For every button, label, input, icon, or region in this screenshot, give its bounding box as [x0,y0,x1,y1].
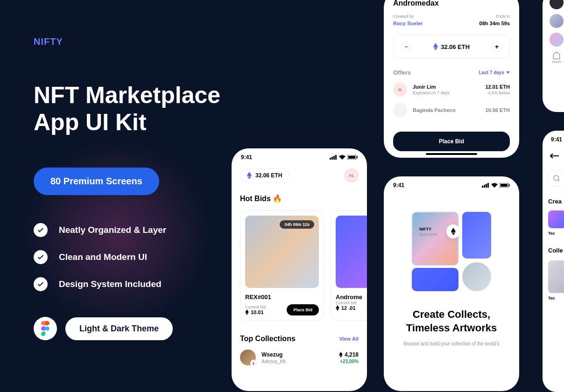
timer-badge: 04h 09m 12s [280,220,314,229]
svg-rect-3 [333,156,335,160]
svg-rect-2 [331,157,333,160]
hero-tile [412,268,458,291]
offer-price: 12.01 ETH [485,84,510,90]
offers-title: Offers [393,69,411,76]
section-collections: Colle [548,247,564,254]
collection-row[interactable]: 1 Wsezug Adezuq_blk 4,218 +23,00% [240,350,359,365]
offer-name: Junir Lim [413,84,485,90]
ethereum-icon [247,172,252,179]
hero-tile: NIFTY 23.04 ETH [412,212,458,266]
ethereum-badge [446,224,460,238]
bid-label: Current bid [245,305,266,309]
svg-rect-1 [330,158,331,160]
offers-filter[interactable]: Last 7 days [479,70,510,75]
offer-item[interactable]: Baginda Pacheco 10.56 ETH [384,103,519,117]
offer-avatar: JL [393,83,407,97]
status-icons [330,155,358,160]
price-stepper: − 32.06 ETH + [393,35,510,59]
check-icon [34,250,48,264]
hero-tag-name: NIFTY [419,227,437,231]
place-bid-button[interactable]: Place Bid [287,304,319,315]
nft-card[interactable]: Androme Current bid 12 .01 [331,210,367,321]
headline-line-2: App UI Kit [34,109,276,136]
offer-price: 10.56 ETH [485,107,510,113]
balance-amount: 32.06 ETH [255,172,282,179]
search-icon [553,175,560,182]
search-button[interactable] [548,170,564,187]
cta-premium-screens[interactable]: 80 Premium Screens [34,168,159,195]
home-indicator [426,153,477,155]
svg-rect-4 [335,155,337,160]
nft-name: REX#001 [245,294,319,301]
svg-rect-7 [357,156,358,158]
collection-change: +23,00% [339,359,359,364]
offer-below: 4,5% below [485,91,510,95]
arrow-left-icon [550,153,559,159]
created-by-label: Created by [393,14,423,19]
balance-pill[interactable]: 32.06 ETH [240,168,289,183]
theme-badge: Light & Dark Theme [65,317,173,340]
page-headline: NFT Marketplace App UI Kit [34,82,276,136]
avatar[interactable] [550,0,564,9]
ends-in-value: 08h 34m 59s [479,21,510,26]
nft-detail-title: Andromedax [384,0,519,7]
place-bid-button[interactable]: Place Bid [393,132,510,151]
offer-avatar [393,103,407,117]
svg-rect-10 [486,184,487,188]
svg-rect-14 [509,184,510,186]
user-avatar[interactable]: AL [345,168,359,182]
hero-tile [462,212,491,259]
nft-card[interactable]: 04h 09m 12s REX#001 Current bid 10.01 Pl… [240,210,324,321]
back-button[interactable] [550,152,564,161]
status-time: 9:41 [241,154,252,161]
svg-rect-9 [484,185,485,188]
svg-rect-13 [501,184,508,187]
onboarding-subtitle: Browse and build your collection of the … [384,341,519,346]
hero-tile [462,262,491,291]
svg-rect-11 [487,183,489,188]
status-time: 9:41 [393,182,404,189]
bid-value: 10.01 [245,309,266,315]
feature-text: Design System Included [59,279,162,289]
collection-avatar: 1 [240,350,256,365]
avatar[interactable] [550,14,564,28]
decrement-button[interactable]: − [401,42,411,52]
section-creators: Crea [548,198,564,205]
price-value: 32.06 ETH [433,43,470,50]
avatar[interactable] [550,33,564,47]
offer-item[interactable]: JL Junir Lim Expiration in 7 days 12.01 … [384,83,519,97]
check-icon [34,223,48,237]
phone-mockup-onboarding: 9:41 NIFTY 23.04 ETH Create Collects, Ti… [384,176,519,391]
phone-fragment-bottom: 9:41 Crea Tec Colle Tec [543,131,564,392]
status-time: 9:41 [551,136,564,143]
nav-home[interactable]: Home [543,51,564,63]
rank-badge: 1 [250,360,257,366]
phone-mockup-home: 9:41 32.06 ETH AL Hot Bids 🔥 04h 09m 12s… [232,148,367,391]
hero-tag-price: 23.04 ETH [419,232,437,237]
collection-value: 4,218 [339,351,359,358]
brand-logo: NIFTY [34,36,276,47]
bid-value: 12 .01 [336,305,367,311]
onboarding-headline: Create Collects, Timeless Artworks [384,308,519,335]
svg-point-15 [554,175,559,181]
thumb-label: Tec [548,296,564,301]
feature-text: Clean and Modern UI [59,252,147,262]
svg-point-0 [45,327,49,331]
hero-tiles: NIFTY 23.04 ETH [412,212,491,291]
collection-creator: Adezuq_blk [261,359,333,364]
top-collections-title: Top Collections [240,335,296,343]
phone-fragment-top: Home [543,0,564,112]
svg-rect-8 [482,186,483,188]
nft-name: Androme [336,294,367,301]
check-icon [34,277,48,291]
creator-name[interactable]: Rocy Sueler [393,21,423,26]
creator-thumb[interactable] [548,210,564,228]
collection-name: Wsezug [261,351,333,358]
figma-icon [34,317,57,340]
home-icon [552,51,561,60]
chevron-down-icon [506,71,510,74]
increment-button[interactable]: + [492,42,502,52]
collection-thumb[interactable] [548,260,564,293]
view-all-link[interactable]: View All [339,336,359,342]
feature-text: Neatly Organized & Layer [59,225,166,235]
